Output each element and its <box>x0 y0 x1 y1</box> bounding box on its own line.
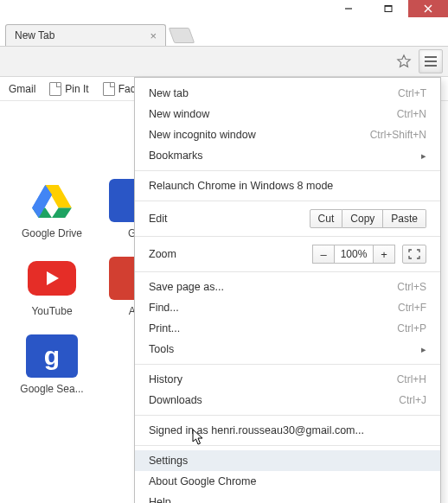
site-thumbnail[interactable]: Google Drive <box>17 179 86 239</box>
menu-shortcut: Ctrl+P <box>397 322 426 334</box>
bookmark-item[interactable]: Pin It <box>44 80 93 98</box>
menu-item-downloads[interactable]: Downloads Ctrl+J <box>135 390 440 411</box>
copy-button[interactable]: Copy <box>342 209 383 228</box>
menu-item-print[interactable]: Print... Ctrl+P <box>135 318 440 339</box>
menu-separator <box>135 271 440 272</box>
menu-separator <box>135 445 440 446</box>
submenu-arrow-icon: ▸ <box>414 150 426 162</box>
menu-item-bookmarks[interactable]: Bookmarks ▸ <box>135 145 440 166</box>
bookmark-item[interactable]: Gmail <box>3 81 41 97</box>
menu-label: About Google Chrome <box>149 475 426 487</box>
menu-shortcut: Ctrl+J <box>399 394 426 406</box>
browser-tab[interactable]: New Tab × <box>5 24 166 46</box>
menu-item-incognito[interactable]: New incognito window Ctrl+Shift+N <box>135 124 440 145</box>
menu-separator <box>135 415 440 416</box>
paste-button[interactable]: Paste <box>383 209 426 228</box>
document-icon <box>49 82 61 96</box>
menu-separator <box>135 201 440 201</box>
menu-label: New tab <box>149 87 398 99</box>
menu-shortcut: Ctrl+T <box>398 87 426 99</box>
site-thumbnail[interactable]: g Google Sea... <box>17 334 86 395</box>
menu-label: Tools <box>149 343 414 355</box>
menu-row-zoom: Zoom – 100% + <box>135 241 440 267</box>
bookmark-label: Gmail <box>9 83 35 95</box>
hamburger-line-icon <box>425 60 437 62</box>
youtube-icon <box>26 257 78 300</box>
menu-label: History <box>149 373 397 385</box>
menu-item-tools[interactable]: Tools ▸ <box>135 339 440 360</box>
zoom-level: 100% <box>335 245 373 264</box>
menu-separator <box>135 364 440 365</box>
menu-item-new-window[interactable]: New window Ctrl+N <box>135 104 440 124</box>
menu-shortcut: Ctrl+F <box>398 302 426 314</box>
tab-strip: New Tab × <box>0 23 448 46</box>
menu-separator <box>135 170 440 171</box>
menu-shortcut: Ctrl+H <box>397 373 426 385</box>
menu-label: Save page as... <box>149 281 397 293</box>
menu-label: New incognito window <box>149 129 370 141</box>
menu-label: Find... <box>149 302 398 314</box>
close-tab-icon[interactable]: × <box>150 29 157 42</box>
google-drive-icon <box>26 179 78 222</box>
menu-label: Bookmarks <box>149 150 414 162</box>
menu-item-save[interactable]: Save page as... Ctrl+S <box>135 277 440 297</box>
menu-item-new-tab[interactable]: New tab Ctrl+T <box>135 83 440 104</box>
window-close-button[interactable] <box>408 0 448 17</box>
menu-label: Edit <box>149 213 168 225</box>
menu-button[interactable] <box>419 49 443 73</box>
cursor-icon <box>192 429 206 446</box>
window-titlebar <box>0 0 448 23</box>
site-thumbnail[interactable]: YouTube <box>17 257 86 317</box>
menu-label: Downloads <box>149 394 399 406</box>
menu-label: Signed in as henri.rousseau30@gmail.com.… <box>149 424 426 436</box>
zoom-out-button[interactable]: – <box>312 245 335 264</box>
menu-label: Zoom <box>149 248 176 260</box>
menu-label: Help <box>149 496 426 503</box>
thumb-label: Google Drive <box>17 227 86 239</box>
bookmark-star-icon[interactable] <box>394 52 413 71</box>
thumb-label: Google Sea... <box>17 383 86 395</box>
svg-marker-6 <box>52 208 72 218</box>
thumb-label: YouTube <box>17 305 86 317</box>
menu-row-edit: Edit Cut Copy Paste <box>135 206 440 232</box>
window-minimize-button[interactable] <box>329 0 368 17</box>
hamburger-line-icon <box>425 56 437 58</box>
google-search-icon: g <box>26 334 78 378</box>
bookmark-label: Pin It <box>65 83 88 95</box>
menu-item-about[interactable]: About Google Chrome <box>135 471 440 492</box>
tab-label: New Tab <box>15 29 54 41</box>
menu-item-help[interactable]: Help <box>135 492 440 503</box>
menu-label: Settings <box>149 455 426 467</box>
menu-item-relaunch[interactable]: Relaunch Chrome in Windows 8 mode <box>135 175 440 196</box>
menu-item-settings[interactable]: Settings <box>135 450 440 471</box>
submenu-arrow-icon: ▸ <box>414 344 426 355</box>
menu-separator <box>135 236 440 237</box>
menu-shortcut: Ctrl+S <box>397 281 426 293</box>
zoom-in-button[interactable]: + <box>373 245 395 264</box>
new-tab-button[interactable] <box>169 28 195 43</box>
fullscreen-button[interactable] <box>402 245 426 264</box>
window-maximize-button[interactable] <box>368 0 408 17</box>
menu-item-find[interactable]: Find... Ctrl+F <box>135 297 440 318</box>
browser-toolbar <box>0 46 448 77</box>
menu-shortcut: Ctrl+N <box>397 108 426 120</box>
menu-label: Relaunch Chrome in Windows 8 mode <box>149 180 426 192</box>
fullscreen-icon <box>408 249 420 259</box>
menu-shortcut: Ctrl+Shift+N <box>370 129 426 141</box>
hamburger-line-icon <box>425 65 437 67</box>
document-icon <box>103 82 115 96</box>
cut-button[interactable]: Cut <box>310 209 343 228</box>
chrome-menu: New tab Ctrl+T New window Ctrl+N New inc… <box>134 77 441 503</box>
menu-item-signed-in[interactable]: Signed in as henri.rousseau30@gmail.com.… <box>135 420 440 441</box>
menu-item-history[interactable]: History Ctrl+H <box>135 369 440 390</box>
menu-label: Print... <box>149 322 397 334</box>
menu-label: New window <box>149 108 397 120</box>
